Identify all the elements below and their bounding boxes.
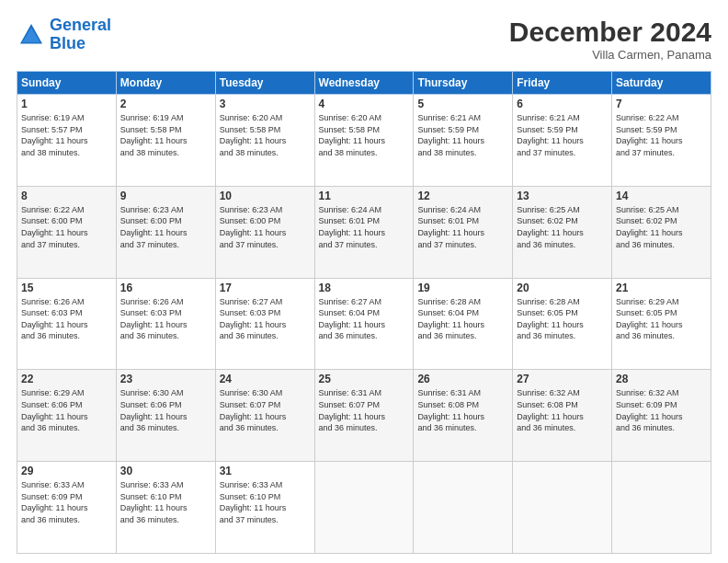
day-number: 18 <box>319 282 410 294</box>
col-monday: Monday <box>116 72 215 95</box>
calendar-cell: 23Sunrise: 6:30 AM Sunset: 6:06 PM Dayli… <box>116 370 215 462</box>
day-info: Sunrise: 6:32 AM Sunset: 6:08 PM Dayligh… <box>517 387 608 433</box>
day-info: Sunrise: 6:19 AM Sunset: 5:57 PM Dayligh… <box>21 112 112 158</box>
day-number: 12 <box>417 190 508 202</box>
calendar-header-row: Sunday Monday Tuesday Wednesday Thursday… <box>17 72 711 95</box>
calendar-cell: 30Sunrise: 6:33 AM Sunset: 6:10 PM Dayli… <box>116 462 215 554</box>
col-sunday: Sunday <box>17 72 117 95</box>
calendar-cell: 8Sunrise: 6:22 AM Sunset: 6:00 PM Daylig… <box>17 186 117 278</box>
col-tuesday: Tuesday <box>215 72 314 95</box>
day-info: Sunrise: 6:33 AM Sunset: 6:10 PM Dayligh… <box>220 479 311 525</box>
day-number: 15 <box>21 282 112 294</box>
calendar-cell: 28Sunrise: 6:32 AM Sunset: 6:09 PM Dayli… <box>612 370 711 462</box>
calendar-cell: 21Sunrise: 6:29 AM Sunset: 6:05 PM Dayli… <box>612 278 711 370</box>
day-info: Sunrise: 6:21 AM Sunset: 5:59 PM Dayligh… <box>417 112 508 158</box>
day-info: Sunrise: 6:28 AM Sunset: 6:04 PM Dayligh… <box>417 296 508 342</box>
month-title: December 2024 <box>509 17 711 48</box>
calendar-cell: 3Sunrise: 6:20 AM Sunset: 5:58 PM Daylig… <box>215 95 314 187</box>
day-info: Sunrise: 6:23 AM Sunset: 6:00 PM Dayligh… <box>220 204 311 250</box>
col-wednesday: Wednesday <box>314 72 414 95</box>
location-subtitle: Villa Carmen, Panama <box>509 48 711 62</box>
day-info: Sunrise: 6:25 AM Sunset: 6:02 PM Dayligh… <box>517 204 608 250</box>
day-info: Sunrise: 6:22 AM Sunset: 6:00 PM Dayligh… <box>21 204 112 250</box>
day-number: 16 <box>120 282 211 294</box>
calendar-week-5: 29Sunrise: 6:33 AM Sunset: 6:09 PM Dayli… <box>17 462 711 554</box>
header: General Blue December 2024 Villa Carmen,… <box>17 17 711 62</box>
col-saturday: Saturday <box>612 72 711 95</box>
calendar-week-2: 8Sunrise: 6:22 AM Sunset: 6:00 PM Daylig… <box>17 186 711 278</box>
calendar-cell: 4Sunrise: 6:20 AM Sunset: 5:58 PM Daylig… <box>314 95 414 187</box>
calendar-cell: 16Sunrise: 6:26 AM Sunset: 6:03 PM Dayli… <box>116 278 215 370</box>
col-friday: Friday <box>513 72 612 95</box>
day-info: Sunrise: 6:22 AM Sunset: 5:59 PM Dayligh… <box>616 112 707 158</box>
day-info: Sunrise: 6:33 AM Sunset: 6:09 PM Dayligh… <box>21 479 112 525</box>
calendar-cell <box>414 462 513 554</box>
day-info: Sunrise: 6:26 AM Sunset: 6:03 PM Dayligh… <box>120 296 211 342</box>
calendar-cell: 13Sunrise: 6:25 AM Sunset: 6:02 PM Dayli… <box>513 186 612 278</box>
day-info: Sunrise: 6:25 AM Sunset: 6:02 PM Dayligh… <box>616 204 707 250</box>
day-number: 3 <box>220 98 311 110</box>
calendar-cell: 9Sunrise: 6:23 AM Sunset: 6:00 PM Daylig… <box>116 186 215 278</box>
day-number: 4 <box>319 98 410 110</box>
svg-marker-1 <box>22 28 40 42</box>
day-number: 26 <box>417 373 508 385</box>
calendar-cell: 1Sunrise: 6:19 AM Sunset: 5:57 PM Daylig… <box>17 95 117 187</box>
day-info: Sunrise: 6:33 AM Sunset: 6:10 PM Dayligh… <box>120 479 211 525</box>
day-info: Sunrise: 6:26 AM Sunset: 6:03 PM Dayligh… <box>21 296 112 342</box>
logo-line1: General <box>50 16 111 34</box>
calendar-week-4: 22Sunrise: 6:29 AM Sunset: 6:06 PM Dayli… <box>17 370 711 462</box>
day-number: 22 <box>21 373 112 385</box>
day-number: 31 <box>220 465 311 477</box>
calendar-cell: 11Sunrise: 6:24 AM Sunset: 6:01 PM Dayli… <box>314 186 414 278</box>
calendar-cell: 2Sunrise: 6:19 AM Sunset: 5:58 PM Daylig… <box>116 95 215 187</box>
day-number: 21 <box>616 282 707 294</box>
calendar-cell: 31Sunrise: 6:33 AM Sunset: 6:10 PM Dayli… <box>215 462 314 554</box>
logo-text: General Blue <box>50 17 111 53</box>
day-number: 19 <box>417 282 508 294</box>
logo-icon <box>17 20 46 50</box>
day-number: 24 <box>220 373 311 385</box>
title-block: December 2024 Villa Carmen, Panama <box>509 17 711 62</box>
day-number: 29 <box>21 465 112 477</box>
calendar-cell <box>612 462 711 554</box>
day-number: 11 <box>319 190 410 202</box>
day-number: 7 <box>616 98 707 110</box>
day-number: 30 <box>120 465 211 477</box>
day-number: 28 <box>616 373 707 385</box>
day-number: 8 <box>21 190 112 202</box>
calendar-cell: 19Sunrise: 6:28 AM Sunset: 6:04 PM Dayli… <box>414 278 513 370</box>
calendar-cell: 18Sunrise: 6:27 AM Sunset: 6:04 PM Dayli… <box>314 278 414 370</box>
col-thursday: Thursday <box>414 72 513 95</box>
day-number: 25 <box>319 373 410 385</box>
calendar-cell: 15Sunrise: 6:26 AM Sunset: 6:03 PM Dayli… <box>17 278 117 370</box>
day-info: Sunrise: 6:24 AM Sunset: 6:01 PM Dayligh… <box>417 204 508 250</box>
day-info: Sunrise: 6:30 AM Sunset: 6:07 PM Dayligh… <box>220 387 311 433</box>
logo: General Blue <box>17 17 111 53</box>
day-info: Sunrise: 6:29 AM Sunset: 6:05 PM Dayligh… <box>616 296 707 342</box>
calendar-table: Sunday Monday Tuesday Wednesday Thursday… <box>17 71 711 554</box>
page: General Blue December 2024 Villa Carmen,… <box>0 0 728 563</box>
calendar-cell <box>513 462 612 554</box>
day-number: 1 <box>21 98 112 110</box>
calendar-week-3: 15Sunrise: 6:26 AM Sunset: 6:03 PM Dayli… <box>17 278 711 370</box>
day-number: 10 <box>220 190 311 202</box>
day-info: Sunrise: 6:20 AM Sunset: 5:58 PM Dayligh… <box>220 112 311 158</box>
day-info: Sunrise: 6:19 AM Sunset: 5:58 PM Dayligh… <box>120 112 211 158</box>
calendar-cell: 14Sunrise: 6:25 AM Sunset: 6:02 PM Dayli… <box>612 186 711 278</box>
day-info: Sunrise: 6:27 AM Sunset: 6:04 PM Dayligh… <box>319 296 410 342</box>
day-number: 20 <box>517 282 608 294</box>
day-number: 6 <box>517 98 608 110</box>
day-info: Sunrise: 6:21 AM Sunset: 5:59 PM Dayligh… <box>517 112 608 158</box>
calendar-cell: 12Sunrise: 6:24 AM Sunset: 6:01 PM Dayli… <box>414 186 513 278</box>
day-number: 5 <box>417 98 508 110</box>
calendar-cell: 20Sunrise: 6:28 AM Sunset: 6:05 PM Dayli… <box>513 278 612 370</box>
day-info: Sunrise: 6:23 AM Sunset: 6:00 PM Dayligh… <box>120 204 211 250</box>
day-info: Sunrise: 6:28 AM Sunset: 6:05 PM Dayligh… <box>517 296 608 342</box>
day-number: 13 <box>517 190 608 202</box>
calendar-cell: 27Sunrise: 6:32 AM Sunset: 6:08 PM Dayli… <box>513 370 612 462</box>
day-info: Sunrise: 6:30 AM Sunset: 6:06 PM Dayligh… <box>120 387 211 433</box>
day-info: Sunrise: 6:29 AM Sunset: 6:06 PM Dayligh… <box>21 387 112 433</box>
day-number: 17 <box>220 282 311 294</box>
calendar-cell: 22Sunrise: 6:29 AM Sunset: 6:06 PM Dayli… <box>17 370 117 462</box>
day-number: 9 <box>120 190 211 202</box>
